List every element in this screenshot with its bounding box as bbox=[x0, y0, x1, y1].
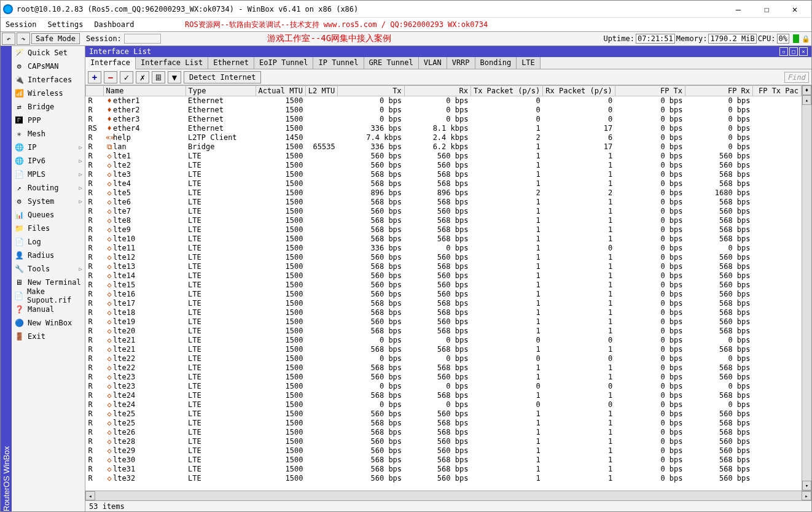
tab-vlan[interactable]: VLAN bbox=[419, 57, 447, 69]
tab-ip-tunnel[interactable]: IP Tunnel bbox=[313, 57, 364, 69]
sidebar-item-mesh[interactable]: ✳Mesh bbox=[12, 127, 85, 141]
column-header[interactable]: Type bbox=[185, 86, 256, 96]
menu-dashboard[interactable]: Dashboard bbox=[94, 20, 134, 29]
scroll-right-icon[interactable]: ▸ bbox=[802, 491, 811, 500]
sidebar-item-wireless[interactable]: 📶Wireless bbox=[12, 87, 85, 100]
table-row[interactable]: R◇lte26LTE1500568 bps568 bps110 bps568 b… bbox=[86, 428, 802, 437]
table-row[interactable]: R◇lte22LTE15000 bps0 bps000 bps0 bps bbox=[86, 354, 802, 363]
comment-button[interactable]: 🗏 bbox=[152, 71, 165, 83]
tab-interface-list[interactable]: Interface List bbox=[136, 57, 208, 69]
undo-button[interactable]: ↶ bbox=[2, 33, 15, 45]
table-row[interactable]: R⧉lanBridge150065535336 bps6.2 kbps1170 … bbox=[86, 142, 802, 152]
sidebar-item-quick-set[interactable]: 🪄Quick Set bbox=[12, 46, 85, 60]
tab-lte[interactable]: LTE bbox=[517, 57, 541, 69]
panel-max-icon[interactable]: □ bbox=[789, 47, 798, 56]
maximize-button[interactable]: ☐ bbox=[752, 1, 781, 18]
column-header[interactable]: Tx bbox=[338, 86, 404, 96]
tab-interface[interactable]: Interface bbox=[85, 57, 136, 69]
column-header[interactable]: Name bbox=[103, 86, 185, 96]
horizontal-scrollbar[interactable]: ◂ ▸ bbox=[85, 491, 811, 500]
sidebar-item-ppp[interactable]: 🅿PPP bbox=[12, 114, 85, 127]
sidebar-item-bridge[interactable]: ⇄Bridge bbox=[12, 100, 85, 114]
table-row[interactable]: R◇lte31LTE1500568 bps568 bps110 bps568 b… bbox=[86, 465, 802, 474]
column-header[interactable]: Tx Packet (p/s) bbox=[470, 86, 542, 96]
table-row[interactable]: R◇lte24LTE1500568 bps568 bps110 bps568 b… bbox=[86, 391, 802, 400]
table-row[interactable]: R◇lte4LTE1500568 bps568 bps110 bps568 bp… bbox=[86, 179, 802, 188]
table-row[interactable]: R◇lte16LTE1500560 bps560 bps110 bps560 b… bbox=[86, 290, 802, 299]
minimize-button[interactable]: — bbox=[724, 1, 752, 18]
table-row[interactable]: R◇lte3LTE1500568 bps568 bps110 bps568 bp… bbox=[86, 170, 802, 179]
table-row[interactable]: R◇lte10LTE1500568 bps568 bps110 bps568 b… bbox=[86, 235, 802, 244]
table-row[interactable]: R◇lte18LTE1500568 bps568 bps110 bps568 b… bbox=[86, 308, 802, 317]
sidebar-item-capsman[interactable]: ⚙CAPsMAN bbox=[12, 60, 85, 73]
enable-button[interactable]: ✓ bbox=[120, 71, 133, 83]
scroll-bottom-icon[interactable]: ▾ bbox=[802, 481, 811, 491]
column-header[interactable]: FP Tx bbox=[615, 86, 685, 96]
tab-ethernet[interactable]: Ethernet bbox=[208, 57, 254, 69]
table-row[interactable]: R◇lte25LTE1500560 bps560 bps110 bps560 b… bbox=[86, 409, 802, 419]
table-row[interactable]: R◇lte20LTE1500568 bps568 bps110 bps568 b… bbox=[86, 327, 802, 336]
menu-settings[interactable]: Settings bbox=[48, 20, 84, 29]
table-row[interactable]: R«»helpL2TP Client14507.4 kbps2.4 kbps26… bbox=[86, 133, 802, 142]
table-row[interactable]: R◇lte22LTE1500568 bps568 bps110 bps568 b… bbox=[86, 363, 802, 373]
detect-internet-button[interactable]: Detect Internet bbox=[184, 71, 261, 83]
sidebar-item-ip[interactable]: 🌐IP▷ bbox=[12, 141, 85, 154]
table-row[interactable]: R◇lte12LTE1500560 bps560 bps110 bps560 b… bbox=[86, 253, 802, 262]
sidebar-item-interfaces[interactable]: 🔌Interfaces bbox=[12, 73, 85, 87]
disable-button[interactable]: ✗ bbox=[136, 71, 149, 83]
table-row[interactable]: R◇lte24LTE15000 bps0 bps000 bps0 bps bbox=[86, 400, 802, 409]
table-row[interactable]: R◇lte7LTE1500560 bps560 bps110 bps560 bp… bbox=[86, 207, 802, 216]
sidebar-item-files[interactable]: 📁Files bbox=[12, 222, 85, 235]
table-row[interactable]: R◇lte21LTE15000 bps0 bps000 bps0 bps bbox=[86, 336, 802, 345]
table-row[interactable]: R◇lte9LTE1500568 bps568 bps110 bps568 bp… bbox=[86, 225, 802, 235]
column-header[interactable]: FP Tx Pac bbox=[753, 86, 802, 96]
column-header[interactable]: FP Rx bbox=[685, 86, 753, 96]
table-row[interactable]: R◇lte14LTE1500560 bps560 bps110 bps560 b… bbox=[86, 271, 802, 281]
panel-min-icon[interactable]: ▫ bbox=[779, 47, 788, 56]
column-header[interactable] bbox=[86, 86, 104, 96]
menu-session[interactable]: Session bbox=[6, 20, 37, 29]
tab-vrrp[interactable]: VRRP bbox=[447, 57, 475, 69]
table-row[interactable]: R◇lte19LTE1500560 bps560 bps110 bps560 b… bbox=[86, 317, 802, 327]
sidebar-item-mpls[interactable]: 📄MPLS▷ bbox=[12, 168, 85, 181]
table-row[interactable]: R♦ether2Ethernet15000 bps0 bps000 bps0 b… bbox=[86, 106, 802, 115]
table-row[interactable]: R◇lte28LTE1500560 bps560 bps110 bps560 b… bbox=[86, 437, 802, 446]
filter-button[interactable]: ▼ bbox=[168, 71, 181, 83]
table-row[interactable]: R◇lte6LTE1500568 bps568 bps110 bps568 bp… bbox=[86, 198, 802, 207]
vertical-scrollbar[interactable]: ♦ ▴ ▾ bbox=[802, 85, 811, 491]
sidebar-item-tools[interactable]: 🔧Tools▷ bbox=[12, 262, 85, 276]
table-row[interactable]: RS♦ether4Ethernet1500336 bps8.1 kbps1170… bbox=[86, 124, 802, 133]
scroll-top-icon[interactable]: ▴ bbox=[802, 95, 811, 105]
table-row[interactable]: R◇lte2LTE1500560 bps560 bps110 bps560 bp… bbox=[86, 161, 802, 170]
sidebar-item-log[interactable]: 📄Log bbox=[12, 235, 85, 249]
scroll-left-icon[interactable]: ◂ bbox=[85, 491, 95, 500]
table-row[interactable]: R◇lte11LTE1500336 bps0 bps100 bps0 bps bbox=[86, 244, 802, 253]
table-row[interactable]: R◇lte25LTE1500568 bps568 bps110 bps568 b… bbox=[86, 419, 802, 428]
tab-bonding[interactable]: Bonding bbox=[475, 57, 517, 69]
session-field[interactable] bbox=[124, 34, 161, 44]
sidebar-item-exit[interactable]: 🚪Exit bbox=[12, 330, 85, 343]
redo-button[interactable]: ↷ bbox=[17, 33, 30, 45]
table-row[interactable]: R◇lte5LTE1500896 bps896 bps220 bps1680 b… bbox=[86, 188, 802, 198]
table-row[interactable]: R◇lte32LTE1500560 bps560 bps110 bps560 b… bbox=[86, 474, 802, 483]
table-row[interactable]: R◇lte30LTE1500568 bps568 bps110 bps568 b… bbox=[86, 456, 802, 465]
safemode-button[interactable]: Safe Mode bbox=[31, 33, 80, 44]
column-header[interactable]: Rx bbox=[404, 86, 470, 96]
remove-button[interactable]: − bbox=[104, 71, 117, 83]
table-row[interactable]: R◇lte23LTE1500560 bps560 bps110 bps560 b… bbox=[86, 373, 802, 382]
sidebar-item-ipv6[interactable]: 🌐IPv6▷ bbox=[12, 154, 85, 168]
sidebar-item-radius[interactable]: 👤Radius bbox=[12, 249, 85, 262]
sidebar-item-routing[interactable]: ↗Routing▷ bbox=[12, 181, 85, 195]
table-row[interactable]: R◇lte17LTE1500568 bps568 bps110 bps568 b… bbox=[86, 299, 802, 308]
table-row[interactable]: R◇lte13LTE1500568 bps568 bps110 bps568 b… bbox=[86, 262, 802, 271]
panel-close-icon[interactable]: × bbox=[799, 47, 808, 56]
find-input[interactable]: Find bbox=[784, 72, 809, 83]
sidebar-item-manual[interactable]: ❓Manual bbox=[12, 303, 85, 316]
table-row[interactable]: R♦ether3Ethernet15000 bps0 bps000 bps0 b… bbox=[86, 115, 802, 124]
table-row[interactable]: R◇lte1LTE1500560 bps560 bps110 bps560 bp… bbox=[86, 152, 802, 161]
sidebar-item-new-winbox[interactable]: 🔵New WinBox bbox=[12, 316, 85, 330]
table-row[interactable]: R◇lte15LTE1500560 bps560 bps110 bps560 b… bbox=[86, 281, 802, 290]
sidebar-item-system[interactable]: ⚙System▷ bbox=[12, 195, 85, 208]
column-header[interactable]: Rx Packet (p/s) bbox=[543, 86, 615, 96]
column-header[interactable]: Actual MTU bbox=[256, 86, 305, 96]
